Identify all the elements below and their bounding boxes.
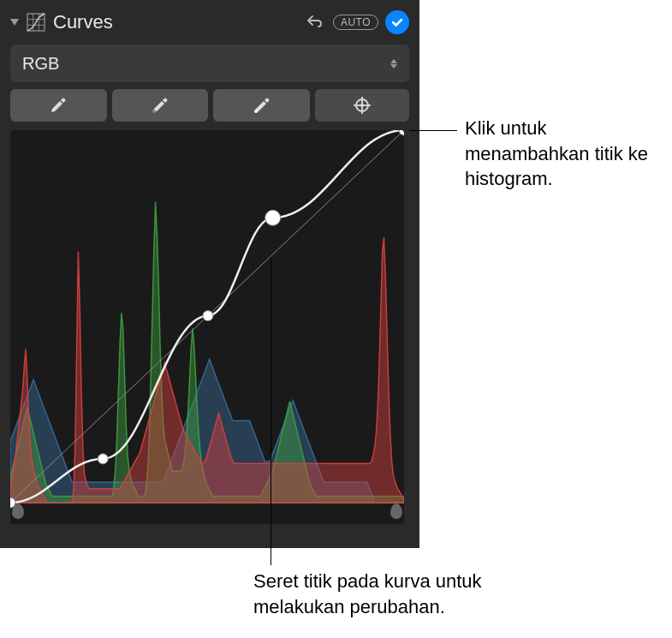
callout-leader-line xyxy=(271,257,271,565)
panel-title: Curves xyxy=(53,11,295,33)
enabled-checkmark-icon[interactable] xyxy=(385,10,409,34)
curves-panel: Curves AUTO RGB xyxy=(0,0,419,548)
eyedropper-white-button[interactable] xyxy=(213,89,310,122)
channel-select-value: RGB xyxy=(22,54,59,74)
curve-point[interactable] xyxy=(98,454,108,464)
auto-button[interactable]: AUTO xyxy=(333,15,378,30)
svg-point-6 xyxy=(254,110,258,113)
channel-select[interactable]: RGB xyxy=(10,45,409,82)
histogram-curves-area[interactable] xyxy=(10,130,404,524)
svg-point-5 xyxy=(152,110,156,113)
white-point-handle[interactable] xyxy=(390,504,402,519)
disclosure-triangle-icon[interactable] xyxy=(10,19,19,26)
callout-text: Seret titik pada kurva untuk melakukan p… xyxy=(253,569,544,619)
eyedropper-tool-row xyxy=(10,89,409,122)
callout-text: Klik untuk menambahkan titik ke histogra… xyxy=(465,116,662,192)
curve-point[interactable] xyxy=(203,311,213,321)
eyedropper-black-button[interactable] xyxy=(10,89,107,122)
panel-header: Curves AUTO xyxy=(10,7,409,38)
callout-leader-line xyxy=(409,130,457,131)
curves-icon xyxy=(26,12,46,33)
eyedropper-gray-button[interactable] xyxy=(112,89,209,122)
add-point-button[interactable] xyxy=(315,89,409,122)
svg-point-10 xyxy=(360,104,364,107)
black-point-handle[interactable] xyxy=(12,504,24,519)
stepper-arrows-icon xyxy=(390,59,397,69)
curve-point[interactable] xyxy=(265,210,281,225)
undo-icon[interactable] xyxy=(302,14,326,32)
